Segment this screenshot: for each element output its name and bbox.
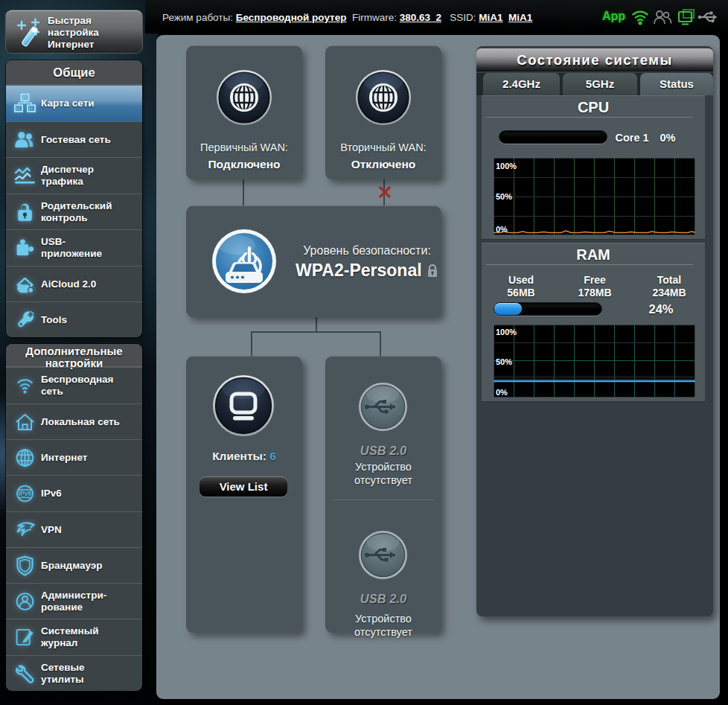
svg-text:0%: 0% (496, 225, 508, 234)
svg-text:IPv6: IPv6 (19, 490, 32, 497)
svg-text:50%: 50% (496, 192, 512, 201)
svg-text:50%: 50% (496, 357, 512, 366)
svg-text:100%: 100% (496, 162, 517, 170)
svg-text:100%: 100% (496, 328, 517, 336)
svg-text:0%: 0% (496, 388, 508, 397)
